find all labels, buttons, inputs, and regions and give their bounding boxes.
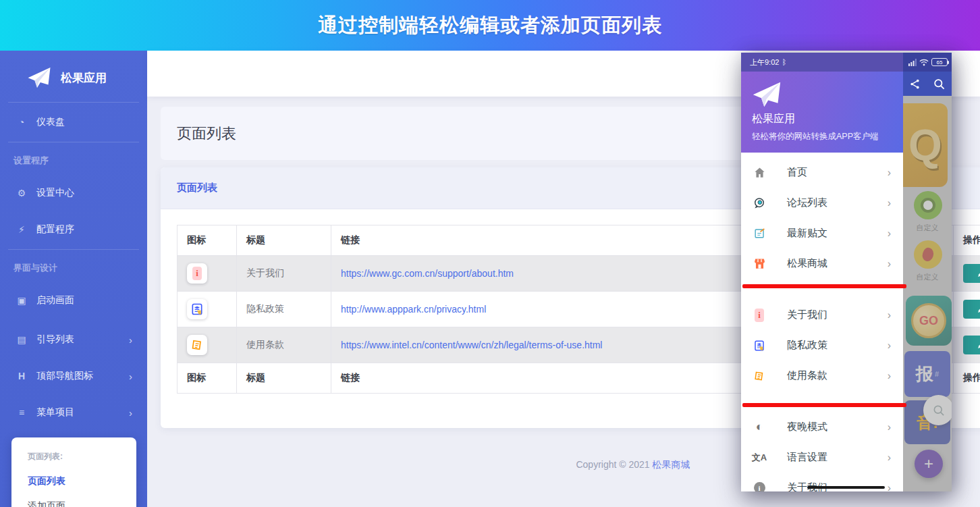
phone-drawer: 松果应用 轻松将你的网站转换成APP客户端 首页 › 论坛列表 › <box>741 72 903 491</box>
wifi-icon <box>919 59 929 66</box>
sidebar-item-label: 顶部导航图标 <box>36 370 93 382</box>
terms-icon <box>751 370 768 382</box>
page-link[interactable]: http://www.apppark.cn/privacy.html <box>341 304 486 315</box>
chevron-right-icon: › <box>888 340 891 352</box>
screen: 通过控制端轻松编辑或者添加页面列表 松果应用 ◔ 仪表盘 设置程序 ⚙ 设置中心… <box>0 0 980 507</box>
sidebar-item-label: 引导列表 <box>36 333 74 346</box>
page-title-cell: 使用条款 <box>237 327 331 363</box>
divider <box>8 249 139 250</box>
submenu-title: 页面列表: <box>28 451 136 462</box>
chevron-right-icon: › <box>888 167 891 179</box>
sidebar-item-label: 设置中心 <box>36 187 74 199</box>
guide-icon: ▤ <box>13 334 30 345</box>
language-icon: 文A <box>751 452 768 464</box>
col-footer-title: 标题 <box>237 363 331 394</box>
drawer-scrim[interactable] <box>903 96 952 491</box>
home-indicator[interactable] <box>807 486 885 489</box>
sidebar-item-top-nav-icons[interactable]: H 顶部导航图标 › <box>0 366 147 386</box>
privacy-icon <box>187 299 207 319</box>
page-title-cell: 关于我们 <box>237 256 331 292</box>
drawer-item-latest-posts[interactable]: 最新贴文 › <box>741 218 903 248</box>
edit-button[interactable] <box>963 336 980 354</box>
drawer-menu: 首页 › 论坛列表 › 最新贴文 › <box>741 153 903 491</box>
night-mode-icon: ◐ <box>751 420 768 434</box>
shop-icon <box>751 257 768 270</box>
drawer-item-about[interactable]: i 关于我们 › <box>741 300 903 330</box>
drawer-brand: 松果应用 <box>752 112 903 126</box>
list-icon: ≡ <box>13 407 30 418</box>
chevron-right-icon: › <box>129 407 132 419</box>
divider <box>8 142 139 142</box>
sidebar-item-label: 菜单项目 <box>36 406 74 419</box>
chevron-right-icon: › <box>888 309 891 321</box>
paper-plane-logo-icon <box>27 65 51 90</box>
status-time: 上午9:02 <box>750 57 779 68</box>
chevron-right-icon: › <box>888 228 891 240</box>
chevron-right-icon: › <box>888 482 891 492</box>
bluetooth-icon: ᛒ <box>782 58 786 66</box>
terms-icon <box>187 335 207 355</box>
chevron-right-icon: › <box>888 421 891 433</box>
edit-button[interactable] <box>963 300 980 319</box>
search-icon[interactable] <box>933 78 946 90</box>
about-icon: i <box>751 309 768 322</box>
drawer-item-home[interactable]: 首页 › <box>741 157 903 188</box>
drawer-item-terms[interactable]: 使用条款 › <box>741 361 903 391</box>
sidebar-item-menu-items[interactable]: ≡ 菜单项目 › <box>0 402 147 423</box>
drawer-item-language[interactable]: 文A 语言设置 › <box>741 442 903 473</box>
chevron-right-icon: › <box>888 258 891 270</box>
sidebar-section-settings: 设置程序 <box>0 155 147 167</box>
page-title: 页面列表 <box>177 124 236 144</box>
forum-icon <box>751 196 768 210</box>
col-header-title: 标题 <box>237 225 331 256</box>
drawer-item-privacy[interactable]: 隐私政策 › <box>741 330 903 361</box>
posts-icon <box>751 227 768 240</box>
sidebar-item-configure[interactable]: ⚡ 配置程序 <box>0 219 147 240</box>
signal-icon <box>908 59 917 66</box>
drawer-item-shop[interactable]: 松果商城 › <box>741 248 903 279</box>
col-header-actions: 操作 <box>954 225 980 256</box>
drawer-tagline: 轻松将你的网站转换成APP客户端 <box>752 131 903 142</box>
page-link[interactable]: https://www.gc.com.cn/support/about.htm <box>341 268 514 279</box>
submenu-item-add-page[interactable]: 添加页面 <box>28 500 136 507</box>
sidebar-item-label: 启动画面 <box>36 294 74 306</box>
drawer-item-forum-list[interactable]: 论坛列表 › <box>741 188 903 218</box>
col-header-icon: 图标 <box>178 225 237 256</box>
copyright-text: Copyright © 2021 <box>576 459 652 470</box>
sidebar-section-ui-design: 界面与设计 <box>0 262 147 274</box>
submenu-item-page-list[interactable]: 页面列表 <box>28 475 136 487</box>
battery-icon: 65 <box>931 58 948 66</box>
edit-button[interactable] <box>963 264 980 283</box>
annotation-line-top <box>742 284 906 288</box>
banner-title: 通过控制端轻松编辑或者添加页面列表 <box>318 12 662 39</box>
heading-icon: H <box>13 371 30 381</box>
sidebar-item-label: 配置程序 <box>36 223 74 236</box>
copyright-footer: Copyright © 2021 松果商城 <box>498 459 768 471</box>
chevron-right-icon: › <box>888 197 891 209</box>
annotation-line-bottom <box>742 403 906 407</box>
page-list-submenu: 页面列表: 页面列表 添加页面 <box>11 437 136 507</box>
phone-status-bar: 上午9:02 ᛒ 65 <box>741 53 952 72</box>
admin-sidebar: 松果应用 ◔ 仪表盘 设置程序 ⚙ 设置中心 ⚡ 配置程序 界面与设计 ▣ 启动… <box>0 51 147 507</box>
info-icon: i <box>751 482 768 491</box>
footer-brand-link[interactable]: 松果商城 <box>653 459 690 470</box>
sidebar-item-guide-list[interactable]: ▤ 引导列表 › <box>0 329 147 350</box>
gears-icon: ⚙ <box>13 188 30 198</box>
chevron-right-icon: › <box>129 334 132 346</box>
drawer-section-gap <box>741 391 903 412</box>
about-icon: i <box>187 263 207 284</box>
page-title-cell: 隐私政策 <box>237 292 331 327</box>
dashboard-icon: ◔ <box>13 117 30 128</box>
sidebar-item-splash[interactable]: ▣ 启动画面 <box>0 290 147 311</box>
drawer-item-night-mode[interactable]: ◐ 夜晚模式 › <box>741 412 903 442</box>
sidebar-item-dashboard[interactable]: ◔ 仪表盘 <box>0 112 147 132</box>
phone-preview: 上午9:02 ᛒ 65 Q 自定义 <box>741 53 952 491</box>
chevron-right-icon: › <box>888 452 891 464</box>
share-icon[interactable] <box>909 78 921 90</box>
sidebar-item-settings-center[interactable]: ⚙ 设置中心 <box>0 183 147 203</box>
card-title: 页面列表 <box>177 182 217 194</box>
paper-plane-logo-icon <box>752 80 903 109</box>
sidebar-item-label: 仪表盘 <box>36 116 65 128</box>
home-icon <box>751 166 768 179</box>
page-link[interactable]: https://www.intel.cn/content/www/cn/zh/l… <box>341 340 602 350</box>
